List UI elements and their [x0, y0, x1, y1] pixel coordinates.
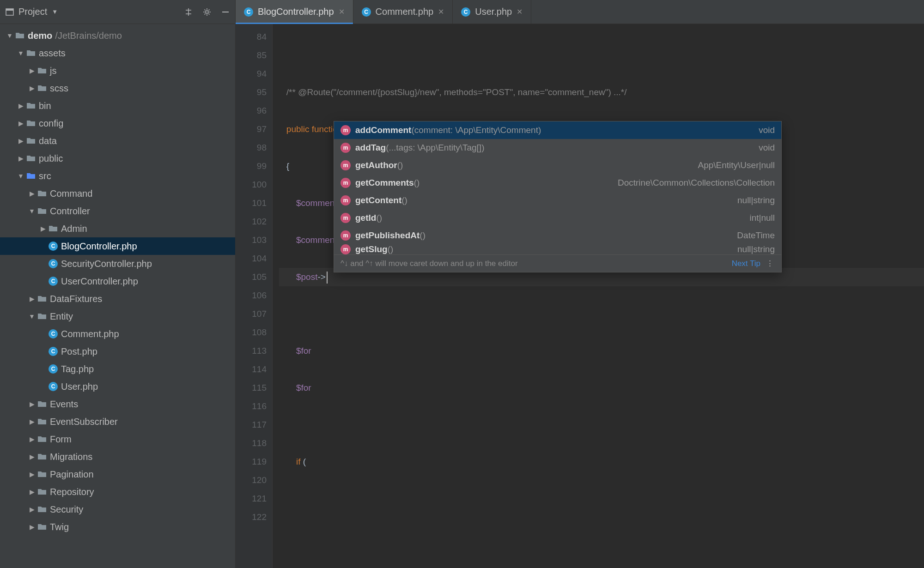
gutter-line: 120: [236, 471, 267, 489]
completion-item[interactable]: mgetSlug()null|string: [334, 244, 781, 254]
tree-item[interactable]: ▶Twig: [0, 518, 235, 536]
code-editor[interactable]: /** @Route("/comment/{postSlug}/new", me…: [273, 24, 924, 568]
expand-arrow-icon[interactable]: ▶: [28, 523, 36, 531]
tree-item[interactable]: ▶Admin: [0, 220, 235, 237]
tree-label: Post.php: [61, 346, 97, 357]
expand-arrow-icon[interactable]: ▶: [28, 400, 36, 408]
tree-item[interactable]: ▼Entity: [0, 308, 235, 325]
expand-arrow-icon[interactable]: ▶: [17, 137, 25, 145]
expand-arrow-icon[interactable]: ▼: [17, 172, 25, 180]
expand-arrow-icon[interactable]: ▶: [28, 418, 36, 425]
expand-arrow-icon[interactable]: ▶: [28, 453, 36, 460]
completion-footer: ^↓ and ^↑ will move caret down and up in…: [334, 254, 781, 272]
gutter-line: 115: [236, 379, 267, 397]
next-tip-link[interactable]: Next Tip: [732, 254, 760, 273]
chevron-down-icon[interactable]: ▼: [52, 8, 58, 15]
tree-item[interactable]: ▶EventSubscriber: [0, 413, 235, 430]
tree-item[interactable]: ▶DataFixtures: [0, 290, 235, 308]
completion-popup[interactable]: maddComment(comment: \App\Entity\Comment…: [334, 121, 782, 272]
completion-item[interactable]: maddTag(...tags: \App\Entity\Tag[])void: [334, 139, 781, 157]
collapse-icon[interactable]: [182, 6, 195, 18]
method-icon: m: [340, 143, 351, 153]
close-icon[interactable]: ✕: [438, 7, 444, 16]
expand-arrow-icon[interactable]: ▶: [17, 120, 25, 127]
gutter: 8485949596979899100101102103104105106107…: [236, 24, 273, 568]
gear-icon[interactable]: [201, 6, 213, 18]
expand-arrow-icon[interactable]: ▶: [28, 295, 36, 302]
folder-icon: [37, 469, 47, 479]
tree-item[interactable]: CBlogController.php: [0, 237, 235, 255]
class-icon: C: [48, 241, 58, 251]
chevron-down-icon: ▼: [6, 32, 14, 39]
completion-item[interactable]: mgetComments()Doctrine\Common\Collection…: [334, 174, 781, 192]
tree-item[interactable]: ▶public: [0, 150, 235, 167]
completion-item[interactable]: mgetPublishedAt()DateTime: [334, 227, 781, 244]
gutter-line: 95: [236, 83, 267, 102]
gutter-line: 104: [236, 249, 267, 268]
class-icon: C: [48, 259, 58, 269]
gutter-line: 96: [236, 102, 267, 120]
sidebar-title[interactable]: Project: [18, 6, 47, 17]
folder-icon: [26, 48, 36, 58]
tree-item[interactable]: ▼Controller: [0, 202, 235, 220]
project-tree[interactable]: ▼ demo /JetBrains/demo ▼assets▶js▶scss▶b…: [0, 24, 235, 568]
tab-label: Comment.php: [376, 6, 434, 17]
tree-item[interactable]: ▶Command: [0, 185, 235, 202]
expand-arrow-icon[interactable]: ▶: [28, 85, 36, 92]
close-icon[interactable]: ✕: [517, 7, 523, 16]
editor-tab[interactable]: CComment.php✕: [353, 0, 453, 24]
expand-arrow-icon[interactable]: ▼: [17, 49, 25, 57]
tree-item[interactable]: ▶Form: [0, 430, 235, 448]
completion-item[interactable]: mgetId()int|null: [334, 209, 781, 227]
completion-item[interactable]: maddComment(comment: \App\Entity\Comment…: [334, 121, 781, 139]
tree-label: assets: [39, 48, 66, 59]
tree-item[interactable]: ▶config: [0, 115, 235, 132]
class-icon: C: [461, 7, 470, 17]
tree-item[interactable]: ▶bin: [0, 97, 235, 115]
completion-item[interactable]: mgetContent()null|string: [334, 192, 781, 209]
close-icon[interactable]: ✕: [339, 7, 345, 16]
tree-label: Repository: [50, 487, 94, 497]
tree-label: User.php: [61, 381, 98, 392]
completion-item[interactable]: mgetAuthor()App\Entity\User|null: [334, 157, 781, 174]
tree-item[interactable]: ▶Events: [0, 395, 235, 413]
expand-arrow-icon[interactable]: ▶: [28, 471, 36, 478]
tree-item[interactable]: CUser.php: [0, 378, 235, 395]
tree-item[interactable]: ▶Security: [0, 501, 235, 518]
tree-label: Migrations: [50, 452, 92, 462]
expand-arrow-icon[interactable]: ▶: [28, 435, 36, 443]
editor-tab[interactable]: CBlogController.php✕: [236, 0, 353, 24]
tab-label: BlogController.php: [258, 6, 334, 17]
hide-icon[interactable]: [219, 6, 231, 18]
tree-item[interactable]: CSecurityController.php: [0, 255, 235, 272]
tree-item[interactable]: CUserController.php: [0, 272, 235, 290]
expand-arrow-icon[interactable]: ▶: [17, 155, 25, 162]
gutter-line: 105: [236, 268, 267, 286]
expand-arrow-icon[interactable]: ▶: [28, 488, 36, 495]
tree-item[interactable]: ▼assets: [0, 44, 235, 62]
tree-label: scss: [50, 83, 68, 94]
folder-icon: [37, 66, 47, 76]
tree-item[interactable]: ▶Repository: [0, 483, 235, 501]
tree-item[interactable]: CTag.php: [0, 360, 235, 378]
tree-item[interactable]: ▶Migrations: [0, 448, 235, 465]
tree-root[interactable]: ▼ demo /JetBrains/demo: [0, 27, 235, 44]
tree-item[interactable]: ▶Pagination: [0, 465, 235, 483]
more-icon[interactable]: ⋮: [766, 254, 775, 273]
expand-arrow-icon[interactable]: ▶: [17, 102, 25, 109]
tree-item[interactable]: ▶data: [0, 132, 235, 150]
tree-item[interactable]: ▶scss: [0, 79, 235, 97]
tree-item[interactable]: CPost.php: [0, 343, 235, 360]
tree-item[interactable]: CComment.php: [0, 325, 235, 343]
expand-arrow-icon[interactable]: ▶: [28, 190, 36, 197]
gutter-line: 113: [236, 342, 267, 360]
class-icon: C: [48, 329, 58, 339]
expand-arrow-icon[interactable]: ▶: [39, 225, 47, 232]
expand-arrow-icon[interactable]: ▶: [28, 67, 36, 74]
editor-tab[interactable]: CUser.php✕: [453, 0, 531, 24]
expand-arrow-icon[interactable]: ▼: [28, 207, 36, 215]
tree-item[interactable]: ▶js: [0, 62, 235, 79]
tree-item[interactable]: ▼src: [0, 167, 235, 185]
expand-arrow-icon[interactable]: ▼: [28, 313, 36, 320]
expand-arrow-icon[interactable]: ▶: [28, 506, 36, 513]
